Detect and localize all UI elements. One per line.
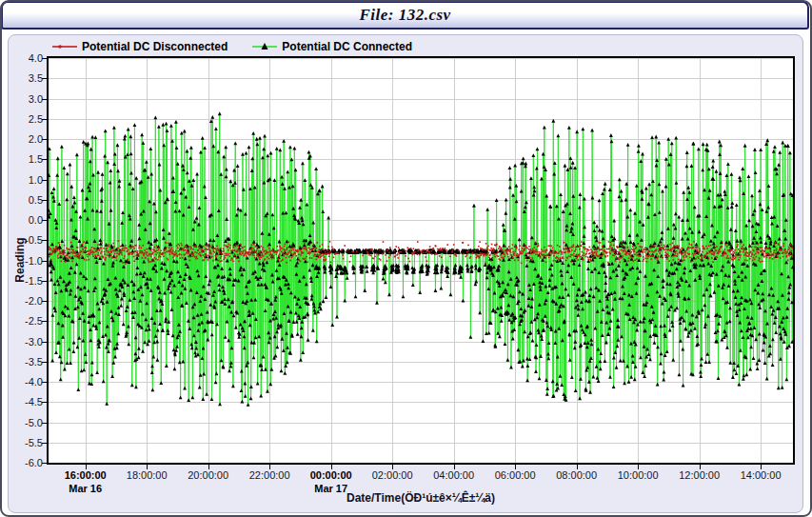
plot-frame <box>47 56 795 465</box>
y-tick-label: -6.0 <box>9 457 43 468</box>
plot-canvas[interactable] <box>49 58 793 463</box>
y-tick-label: -5.5 <box>9 437 43 448</box>
chart-viewer-window: File: 132.csv Potential DC Disconnected … <box>0 0 812 517</box>
x-tick-label: 04:00:00 <box>424 469 485 481</box>
window-title: File: 132.csv <box>359 6 450 24</box>
x-tick-label: 06:00:00 <box>485 469 545 481</box>
x-axis-title: Date/Time(ÖÐ¹ú±ê×¼Ê±¼ä) <box>47 491 795 505</box>
y-tick-label: 2.5 <box>9 113 43 125</box>
x-tick-label: 08:00:00 <box>546 469 607 481</box>
x-tick-label: 20:00:00 <box>178 469 239 481</box>
title-bar: File: 132.csv <box>1 1 809 30</box>
y-tick-label: 0.0 <box>9 214 43 226</box>
x-tick-label: 02:00:00 <box>362 469 423 481</box>
y-tick-label: -2.0 <box>9 295 43 307</box>
x-tick-label: 16:00:00 <box>55 469 116 481</box>
legend-item-connected: Potential DC Connected <box>252 40 412 53</box>
y-tick-label: 2.0 <box>9 133 43 145</box>
y-tick-label: -1.5 <box>9 275 43 287</box>
y-tick-label: -3.5 <box>9 356 43 368</box>
legend: Potential DC Disconnected Potential DC C… <box>52 39 412 54</box>
x-tick-label: 14:00:00 <box>730 469 791 481</box>
y-tick-label: -1.0 <box>9 255 43 267</box>
x-tick-label: 22:00:00 <box>239 469 300 481</box>
y-tick-label: 1.0 <box>9 174 43 186</box>
legend-item-disconnected: Potential DC Disconnected <box>52 40 228 53</box>
x-tick-label: 18:00:00 <box>116 469 177 481</box>
y-tick-label: -4.5 <box>9 396 43 408</box>
x-tick-label: 10:00:00 <box>607 469 668 481</box>
y-tick-label: 3.5 <box>9 72 43 84</box>
legend-label-connected: Potential DC Connected <box>282 40 412 53</box>
y-tick-label: -3.0 <box>9 336 43 348</box>
x-tick-label: 12:00:00 <box>669 469 730 481</box>
y-tick-label: -5.0 <box>9 417 43 428</box>
y-tick-label: 1.5 <box>9 153 43 165</box>
y-tick-label: 3.0 <box>9 93 43 105</box>
y-tick-label: 0.5 <box>9 194 43 206</box>
y-tick-label: 4.0 <box>9 52 43 64</box>
y-tick-label: -2.5 <box>9 315 43 327</box>
y-tick-label: -0.5 <box>9 234 43 246</box>
x-tick-label: 00:00:00 <box>301 469 362 481</box>
legend-label-disconnected: Potential DC Disconnected <box>82 40 228 53</box>
chart-panel: Potential DC Disconnected Potential DC C… <box>8 34 803 513</box>
y-tick-label: -4.0 <box>9 376 43 388</box>
red-line-dot-marker-icon <box>52 42 77 51</box>
green-line-triangle-marker-icon <box>252 42 277 51</box>
